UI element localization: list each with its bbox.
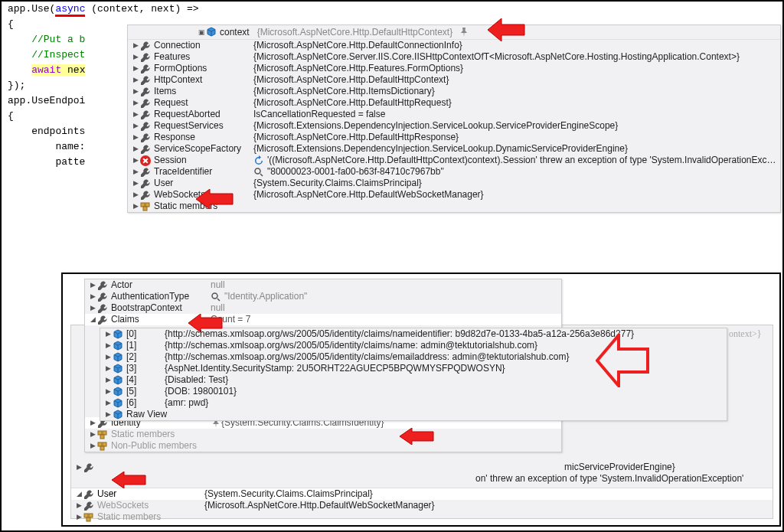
property-row-static[interactable]: ▶ Static members [71,511,773,523]
property-value: {Microsoft.AspNetCore.Http.DefaultHttpCo… [253,74,777,86]
expander-icon[interactable]: ▶ [74,462,83,473]
property-name: TraceIdentifier [154,166,253,178]
expander-icon[interactable]: ▶ [103,386,113,397]
property-value: {Microsoft.AspNetCore.Http.DefaultConnec… [253,40,777,51]
claim-row[interactable]: ▶[6]{amr: pwd} [100,397,727,409]
expander-icon[interactable]: ▶ [103,328,113,340]
expander-icon[interactable]: ▶ [103,374,113,386]
property-name: Actor [111,279,211,291]
property-value: on' threw an exception of type 'System.I… [97,473,769,485]
refresh-icon[interactable] [253,155,264,166]
expander-icon[interactable]: ▶ [88,302,97,314]
property-value: {Microsoft.AspNetCore.Http.DefaultHttpRe… [253,132,777,143]
property-row[interactable]: ▶ WebSockets {Microsoft.AspNetCore.Http.… [71,500,773,511]
property-name: User [154,178,253,189]
property-name: ServiceScopeFactory [154,143,253,155]
property-row[interactable]: ▶HttpContext{Microsoft.AspNetCore.Http.D… [128,74,780,86]
property-row[interactable]: ▶Static members [85,429,561,440]
claim-index: [0] [126,328,165,340]
expander-icon[interactable]: ▶ [131,109,140,120]
property-row[interactable]: ▶RequestAbortedIsCancellationRequested =… [128,109,780,120]
expander-icon[interactable]: ◢ [88,314,97,325]
property-name: HttpContext [154,74,253,86]
property-row[interactable]: ▶Non-Public members [85,440,561,452]
expander-icon[interactable]: ▶ [131,120,140,132]
property-row[interactable]: ▶BootstrapContextnull [85,302,561,314]
expander-icon[interactable]: ▶ [131,74,140,86]
expander-icon[interactable]: ▶ [103,409,113,420]
expander-icon[interactable]: ▶ [131,178,140,189]
property-row[interactable]: ▶Connection{Microsoft.AspNetCore.Http.De… [128,40,780,51]
expander-icon[interactable]: ▶ [131,166,140,178]
expander-icon[interactable]: ◢ [74,488,83,500]
expander-icon[interactable]: ▶ [74,511,83,523]
property-row[interactable]: ▶Request{Microsoft.AspNetCore.Http.Defau… [128,97,780,109]
expander-icon[interactable]: ▶ [88,279,97,291]
property-row[interactable]: ▶FormOptions{Microsoft.AspNetCore.Http.F… [128,63,780,74]
expander-icon[interactable]: ▶ [74,500,83,511]
property-row[interactable]: ◢ClaimsCount = 7 [85,314,561,325]
expander-icon[interactable]: ▶ [131,97,140,109]
visualizer-icon[interactable] [253,167,264,178]
property-row[interactable]: ▶ micServiceProviderEngine} [71,462,773,473]
expander-icon[interactable]: ▶ [131,143,140,155]
visualizer-icon[interactable] [211,292,221,302]
code-text: (context, next) => [85,3,198,15]
property-value: {Microsoft.Extensions.DependencyInjectio… [253,120,777,132]
wrench-icon [140,75,151,86]
expander-icon[interactable]: ▶ [131,86,140,97]
debug-datatip-context[interactable]: ▣ context {Microsoft.AspNetCore.Http.Def… [127,24,781,213]
property-row[interactable]: ▶Features{Microsoft.AspNetCore.Server.II… [128,51,780,63]
claim-value: {DOB: 19800101} [165,386,724,397]
property-value: {Microsoft.AspNetCore.Http.DefaultHttpRe… [253,97,777,109]
property-row[interactable]: ▶RequestServices{Microsoft.Extensions.De… [128,120,780,132]
expander-icon[interactable]: ▶ [103,351,113,363]
property-value: {Microsoft.AspNetCore.Http.ItemsDictiona… [253,86,777,97]
keyword-async: async [55,3,85,17]
pin-icon[interactable] [459,27,469,38]
property-row[interactable]: ▶Response{Microsoft.AspNetCore.Http.Defa… [128,132,780,143]
property-row[interactable]: ▶Items{Microsoft.AspNetCore.Http.ItemsDi… [128,86,780,97]
expander-icon[interactable]: ▶ [131,201,140,212]
object-icon [113,398,123,409]
property-row-user[interactable]: ◢ User {System.Security.Claims.ClaimsPri… [71,488,773,500]
expander-icon[interactable]: ▶ [131,189,140,201]
expander-icon[interactable]: ▶ [131,132,140,143]
expander-icon[interactable]: ▶ [131,51,140,63]
property-row[interactable]: ▶Actornull [85,279,561,291]
property-value: micServiceProviderEngine} [197,462,769,473]
datatip-name: context [220,27,250,38]
property-name: User [97,488,204,500]
property-value: Count = 7 [211,314,558,325]
expander-icon[interactable]: ▶ [103,363,113,374]
object-icon [113,329,123,340]
expander-icon[interactable]: ▶ [88,440,97,452]
static-members-icon [83,512,94,523]
datatip-header[interactable]: ▣ context {Microsoft.AspNetCore.Http.Def… [128,25,780,40]
property-row[interactable]: ▶TraceIdentifier"80000023-0001-fa00-b63f… [128,166,780,178]
expander-icon[interactable]: ▶ [103,340,113,351]
raw-view-row[interactable]: ▶Raw View [100,409,727,420]
claim-index: [3] [126,363,165,374]
expander-icon[interactable]: ▶ [103,397,113,409]
expander-icon[interactable]: ▶ [88,429,97,440]
expander-icon[interactable]: ▶ [88,291,97,302]
wrench-icon [97,292,108,302]
property-row[interactable]: ▶User{System.Security.Claims.ClaimsPrinc… [128,178,780,189]
wrench-icon [140,98,151,109]
wrench-icon [97,315,108,325]
property-row[interactable]: on' threw an exception of type 'System.I… [71,473,773,485]
property-row[interactable]: ▶ServiceScopeFactory{Microsoft.Extension… [128,143,780,155]
expander-icon[interactable]: ▶ [131,40,140,51]
property-row[interactable]: ▶AuthenticationType"Identity.Application… [85,291,561,302]
property-row[interactable]: ▶Session'((Microsoft.AspNetCore.Http.Def… [128,155,780,166]
datatip-type: {Microsoft.AspNetCore.Http.DefaultHttpCo… [257,27,452,38]
property-value: '((Microsoft.AspNetCore.Http.DefaultHttp… [267,155,777,166]
expander-icon[interactable]: ▣ [197,28,206,36]
static-members-icon [97,441,108,452]
expander-icon[interactable]: ▶ [88,417,97,429]
expander-icon[interactable]: ▶ [131,155,140,166]
wrench-icon [140,121,151,132]
expander-icon[interactable]: ▶ [131,63,140,74]
claim-row[interactable]: ▶[5]{DOB: 19800101} [100,386,727,397]
